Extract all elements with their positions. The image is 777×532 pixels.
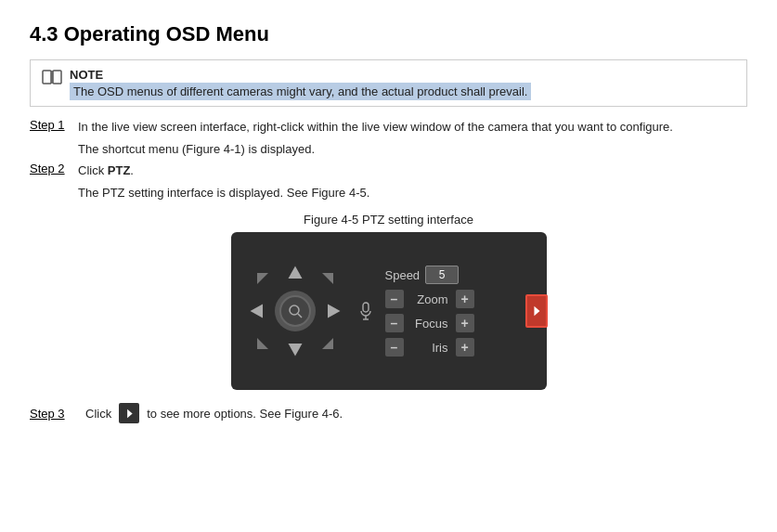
dpad-up-btn[interactable] <box>282 260 308 286</box>
step2-content: Click PTZ. <box>78 162 747 180</box>
step2-bold: PTZ <box>108 163 131 177</box>
dpad-upright-btn[interactable] <box>315 266 341 292</box>
svg-marker-17 <box>127 409 133 417</box>
dpad-center-inner <box>279 295 311 327</box>
step2-row: Step 2 Click PTZ. <box>30 162 747 180</box>
step3-label[interactable]: Step 3 <box>30 407 78 421</box>
svg-marker-7 <box>288 266 302 279</box>
mic-icon <box>359 302 372 323</box>
dpad-left-btn[interactable] <box>244 298 270 324</box>
iris-minus-btn[interactable]: – <box>385 338 404 357</box>
svg-marker-4 <box>322 273 333 284</box>
zoom-plus-btn[interactable]: + <box>456 290 474 308</box>
step3-pre: Click <box>85 407 111 421</box>
focus-plus-btn[interactable]: + <box>456 314 474 332</box>
note-box: NOTE The OSD menus of different cameras … <box>30 59 747 107</box>
step2-sub: The PTZ setting interface is displayed. … <box>78 184 747 202</box>
iris-row: – Iris + <box>385 338 534 357</box>
dpad-right-btn[interactable] <box>320 298 346 324</box>
svg-point-11 <box>290 305 299 315</box>
ptz-container: Speed – Zoom + – Focus + – Iris + <box>30 232 747 390</box>
step3-post: to see more options. See Figure 4-6. <box>147 407 343 421</box>
page-title: 4.3 Operating OSD Menu <box>30 22 747 46</box>
focus-row: – Focus + <box>385 314 534 332</box>
svg-marker-9 <box>250 305 263 318</box>
iris-plus-btn[interactable]: + <box>456 338 474 357</box>
dpad-upleft-btn[interactable] <box>250 266 276 292</box>
svg-marker-8 <box>288 344 302 357</box>
svg-marker-10 <box>328 305 341 318</box>
expand-button[interactable] <box>525 294 548 328</box>
zoom-row: – Zoom + <box>385 290 534 308</box>
svg-marker-5 <box>257 338 268 349</box>
step2-post: . <box>130 163 134 177</box>
step3-expand-icon[interactable] <box>119 403 139 423</box>
svg-rect-13 <box>363 303 369 312</box>
step1-content: In the live view screen interface, right… <box>78 118 747 136</box>
zoom-minus-btn[interactable]: – <box>385 290 404 308</box>
directional-pad <box>244 260 346 362</box>
dpad-down-btn[interactable] <box>282 336 308 362</box>
figure-caption: Figure 4-5 PTZ setting interface <box>30 213 747 227</box>
step3-row: Step 3 Click to see more options. See Fi… <box>30 403 747 423</box>
speed-label: Speed <box>385 268 421 282</box>
svg-marker-16 <box>534 306 539 316</box>
svg-rect-0 <box>43 71 51 84</box>
dpad-center-btn[interactable] <box>275 291 316 331</box>
step2-pre: Click <box>78 163 108 177</box>
note-label: NOTE <box>70 68 531 82</box>
dpad-downright-btn[interactable] <box>315 331 341 357</box>
svg-marker-3 <box>257 273 268 284</box>
note-icon <box>42 69 62 89</box>
focus-minus-btn[interactable]: – <box>385 314 404 332</box>
zoom-label: Zoom <box>411 292 448 306</box>
note-content: NOTE The OSD menus of different cameras … <box>70 68 531 98</box>
iris-label: Iris <box>411 341 448 355</box>
ptz-box: Speed – Zoom + – Focus + – Iris + <box>231 232 547 390</box>
step1-sub: The shortcut menu (Figure 4-1) is displa… <box>78 140 747 159</box>
svg-rect-1 <box>53 71 61 84</box>
focus-label: Focus <box>411 317 448 331</box>
dpad-downleft-btn[interactable] <box>250 331 276 357</box>
step2-label[interactable]: Step 2 <box>30 162 78 175</box>
controls-panel: Speed – Zoom + – Focus + – Iris + <box>385 266 534 357</box>
note-text: The OSD menus of different cameras might… <box>70 83 531 100</box>
svg-marker-6 <box>322 338 333 349</box>
step1-label[interactable]: Step 1 <box>30 118 78 132</box>
speed-input[interactable] <box>425 266 459 284</box>
steps-section: Step 1 In the live view screen interface… <box>30 118 747 201</box>
step1-row: Step 1 In the live view screen interface… <box>30 118 747 136</box>
svg-line-12 <box>298 314 302 318</box>
speed-row: Speed <box>385 266 534 284</box>
